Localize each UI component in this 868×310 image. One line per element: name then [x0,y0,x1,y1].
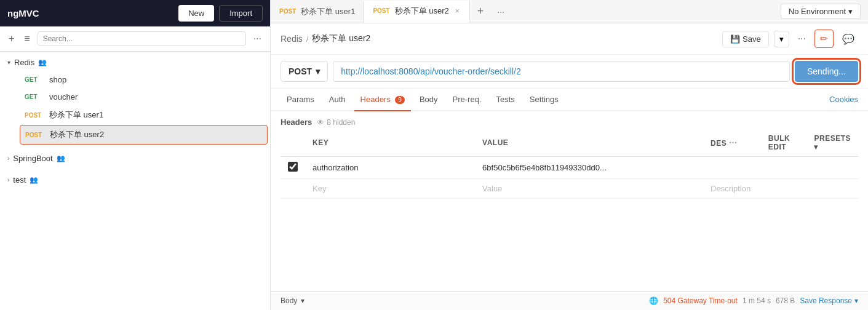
chevron-right-icon: › [7,177,9,183]
col-bulk-header[interactable]: Bulk Edit [761,129,807,157]
headers-table: KEY VALUE DES ··· Bulk Edit Presets ▾ [281,129,858,199]
cookies-link[interactable]: Cookies [829,95,858,104]
breadcrumb: Redis / 秒杀下单 user2 💾 Save ▾ ··· ✏ 💬 [271,23,868,55]
list-item[interactable]: GET voucher [20,89,268,105]
tab-label: Tests [496,95,514,104]
sidebar-more-button[interactable]: ··· [251,32,264,46]
row-checkbox[interactable] [288,162,298,172]
tab-label: Auth [329,95,346,104]
row-checkbox-cell[interactable] [281,157,305,179]
tab-label: 秒杀下单 user1 [301,6,355,17]
url-input[interactable] [333,61,790,82]
breadcrumb-collection: Redis [281,34,303,44]
tab-method-badge: POST [373,7,389,14]
collection-test-header[interactable]: › test 👥 [0,172,270,188]
save-button[interactable]: 💾 Save [722,31,769,47]
des-label: DES [711,139,727,148]
headers-row-title: Headers 👁 8 hidden [281,117,858,127]
new-bulk-cell [761,179,807,199]
new-presets-cell [806,179,858,199]
environment-selector[interactable]: No Environment ▾ [781,4,861,19]
tab-user2[interactable]: POST 秒杀下单 user2 × [364,1,469,23]
save-response-button[interactable]: Save Response ▾ [800,296,858,305]
filter-button[interactable]: ≡ [22,32,32,46]
hidden-headers-badge: 👁 8 hidden [317,118,355,127]
add-tab-button[interactable]: + [470,0,492,23]
tab-params[interactable]: Params [281,89,321,111]
main-area: POST 秒杀下单 user1 POST 秒杀下单 user2 × + ··· … [271,0,868,310]
team-icon: 👥 [30,176,38,184]
sidebar-content: ▾ Redis 👥 GET shop GET voucher POST 秒杀下单… [0,52,270,310]
tab-badge: 9 [395,96,405,104]
collection-redis-items: GET shop GET voucher POST 秒杀下单 user1 POS… [0,71,270,145]
edit-button[interactable]: ✏ [814,30,834,48]
method-badge-get: GET [25,93,44,100]
bottom-bar-left: Body ▾ [281,296,305,305]
request-name: 秒杀下单 user1 [49,109,103,121]
sidebar-header: ngMVC New Import [0,0,270,26]
header-actions: New Import [178,5,263,22]
tab-headers[interactable]: Headers 9 [354,89,411,111]
chevron-down-icon[interactable]: ▾ [301,296,305,305]
env-label: No Environment [789,7,846,16]
response-time: 1 m 54 s [743,296,771,305]
chevron-down-icon: ▾ [7,59,10,66]
collection-springboot-name: SpringBoot 👥 [13,154,65,163]
tab-settings[interactable]: Settings [524,89,565,111]
list-item-active[interactable]: POST 秒杀下单 user2 [20,125,268,145]
import-button[interactable]: Import [219,5,263,22]
add-collection-button[interactable]: + [6,32,17,46]
more-options-button[interactable]: ··· [794,31,810,47]
request-name: voucher [49,92,78,101]
new-value-cell[interactable]: Value [475,179,703,199]
method-badge-post: POST [25,132,45,138]
header-key[interactable]: authorization [305,157,475,179]
col-key-header: KEY [305,129,475,157]
collection-springboot-header[interactable]: › SpringBoot 👥 [0,150,270,167]
header-description[interactable] [703,157,761,179]
comment-button[interactable]: 💬 [838,31,858,47]
new-button[interactable]: New [178,5,214,22]
tab-user1[interactable]: POST 秒杀下单 user1 [271,1,364,22]
tab-label: Settings [530,95,559,104]
breadcrumb-request-name: 秒杀下单 user2 [312,33,370,44]
tab-body[interactable]: Body [413,89,444,111]
tab-more-button[interactable]: ··· [491,2,511,22]
new-desc-cell[interactable]: Description [703,179,761,199]
globe-icon: 🌐 [649,296,658,305]
save-response-label: Save Response [800,296,852,305]
save-dropdown-button[interactable]: ▾ [774,31,789,47]
tab-auth[interactable]: Auth [323,89,352,111]
new-key-cell[interactable]: Key [305,179,475,199]
app-name: ngMVC [7,8,39,18]
column-more-icon[interactable]: ··· [729,138,737,148]
send-button[interactable]: Sending... [795,61,858,82]
url-bar: POST ▾ Sending... [271,55,868,89]
header-value[interactable]: 6bf50c5b6f5e4b8fb11949330dd0... [475,157,703,179]
search-input[interactable] [38,31,246,46]
tab-prereq[interactable]: Pre-req. [447,89,488,111]
col-value-header: VALUE [475,129,703,157]
collection-redis-header[interactable]: ▾ Redis 👥 [0,54,270,71]
list-item[interactable]: GET shop [20,71,268,88]
body-label[interactable]: Body [281,296,297,305]
method-selector[interactable]: POST ▾ [281,61,328,82]
col-checkbox [281,129,305,157]
headers-title: Headers [281,117,312,127]
collection-springboot: › SpringBoot 👥 [0,148,270,169]
bottom-bar: Body ▾ 🌐 504 Gateway Time-out 1 m 54 s 6… [271,291,868,310]
method-badge-post: POST [25,112,44,119]
hidden-count: 8 hidden [327,118,355,127]
presets-label: Presets [814,134,851,143]
chevron-down-icon: ▾ [316,66,320,76]
close-icon[interactable]: × [454,7,461,15]
chevron-down-icon: ▾ [854,296,858,305]
tab-tests[interactable]: Tests [490,89,520,111]
tab-label: Headers [360,95,391,104]
list-item[interactable]: POST 秒杀下单 user1 [20,106,268,124]
save-icon: 💾 [730,34,740,44]
breadcrumb-separator: / [306,34,309,44]
chevron-right-icon: › [7,155,9,162]
request-tabs: Params Auth Headers 9 Body Pre-req. Test… [271,89,868,111]
sidebar-toolbar: + ≡ ··· [0,26,270,52]
